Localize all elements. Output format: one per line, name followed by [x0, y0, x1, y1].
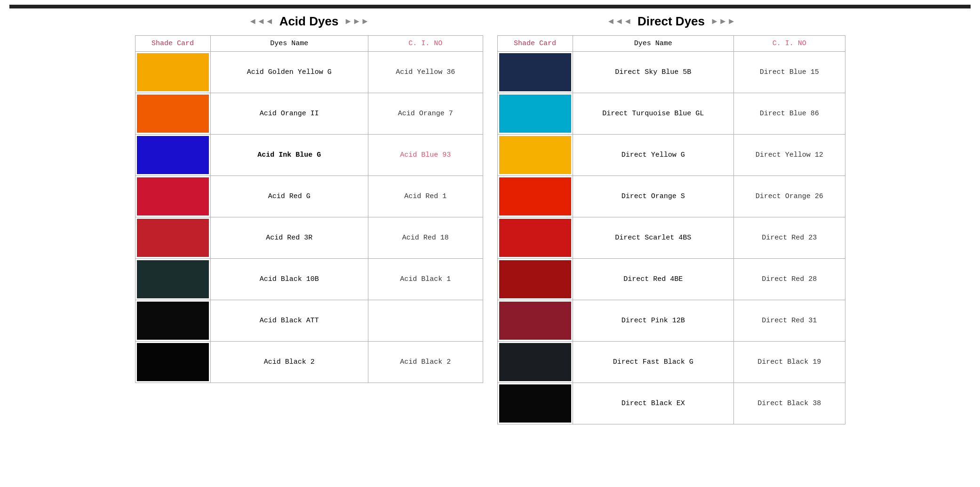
direct-swatch-color — [499, 177, 571, 216]
direct-shade-cell — [497, 217, 573, 259]
acid-table-row: Acid Ink Blue GAcid Blue 93 — [135, 135, 483, 176]
direct-swatch-color — [499, 219, 571, 257]
acid-swatch-color — [137, 260, 209, 298]
acid-table-row: Acid Black 10BAcid Black 1 — [135, 259, 483, 300]
acid-dyes-name-cell: Acid Black ATT — [210, 300, 368, 342]
direct-swatch-color — [499, 95, 571, 133]
direct-dyes-arrows-left: ◄◄◄ — [607, 16, 632, 26]
direct-shade-header: Shade Card — [497, 36, 573, 52]
acid-shade-cell — [135, 300, 210, 342]
direct-dyesname-header: Dyes Name — [573, 36, 733, 52]
acid-dyes-title: ◄◄◄ Acid Dyes ►►► — [135, 14, 483, 29]
acid-dyes-section: ◄◄◄ Acid Dyes ►►► Shade Card Dyes Name C… — [135, 14, 483, 424]
acid-shade-cell — [135, 93, 210, 135]
main-layout: ◄◄◄ Acid Dyes ►►► Shade Card Dyes Name C… — [9, 14, 971, 424]
direct-dyes-heading: Direct Dyes — [637, 14, 705, 29]
acid-dyes-wrapper: Shade Card Dyes Name C. I. NO Acid Golde… — [135, 35, 483, 383]
acid-ci-cell: Acid Yellow 36 — [368, 52, 483, 93]
acid-swatch-color — [137, 219, 209, 257]
direct-swatch-color — [499, 136, 571, 174]
direct-dyes-name-cell: Direct Yellow G — [573, 135, 733, 176]
direct-table-row: Direct Fast Black GDirect Black 19 — [497, 342, 845, 383]
acid-shade-cell — [135, 259, 210, 300]
acid-shade-header: Shade Card — [135, 36, 210, 52]
direct-table-row: Direct Sky Blue 5BDirect Blue 15 — [497, 52, 845, 93]
acid-table-row: Acid Orange IIAcid Orange 7 — [135, 93, 483, 135]
acid-swatch-color — [137, 343, 209, 381]
direct-ci-cell: Direct Blue 15 — [733, 52, 845, 93]
acid-dyes-name-cell: Acid Black 10B — [210, 259, 368, 300]
acid-shade-cell — [135, 176, 210, 217]
acid-ci-cell: Acid Black 1 — [368, 259, 483, 300]
direct-ci-header: C. I. NO — [733, 36, 845, 52]
direct-dyes-wrapper: Shade Card Dyes Name C. I. NO Direct Sky… — [497, 35, 845, 424]
direct-dyes-name-cell: Direct Sky Blue 5B — [573, 52, 733, 93]
direct-table-row: Direct Yellow GDirect Yellow 12 — [497, 135, 845, 176]
acid-dyes-arrows-right: ►►► — [344, 16, 369, 26]
acid-shade-cell — [135, 342, 210, 383]
top-bar — [9, 5, 971, 8]
acid-ci-cell: Acid Blue 93 — [368, 135, 483, 176]
acid-ci-cell: Acid Red 1 — [368, 176, 483, 217]
acid-dyes-name-cell: Acid Orange II — [210, 93, 368, 135]
acid-table-row: Acid Black ATT — [135, 300, 483, 342]
acid-ci-cell: Acid Orange 7 — [368, 93, 483, 135]
direct-ci-cell: Direct Blue 86 — [733, 93, 845, 135]
direct-dyes-name-cell: Direct Turquoise Blue GL — [573, 93, 733, 135]
direct-swatch-color — [499, 302, 571, 340]
direct-dyes-name-cell: Direct Orange S — [573, 176, 733, 217]
acid-ci-header: C. I. NO — [368, 36, 483, 52]
direct-ci-cell: Direct Black 19 — [733, 342, 845, 383]
acid-shade-cell — [135, 52, 210, 93]
direct-shade-cell — [497, 342, 573, 383]
acid-swatch-color — [137, 177, 209, 216]
direct-shade-cell — [497, 135, 573, 176]
direct-ci-cell: Direct Black 38 — [733, 383, 845, 424]
direct-dyes-name-cell: Direct Fast Black G — [573, 342, 733, 383]
direct-dyes-table: Shade Card Dyes Name C. I. NO Direct Sky… — [497, 35, 845, 424]
direct-dyes-name-cell: Direct Red 4BE — [573, 259, 733, 300]
acid-swatch-color — [137, 302, 209, 340]
acid-shade-cell — [135, 135, 210, 176]
acid-dyes-name-cell: Acid Golden Yellow G — [210, 52, 368, 93]
acid-swatch-color — [137, 53, 209, 91]
acid-ci-cell: Acid Black 2 — [368, 342, 483, 383]
acid-table-row: Acid Red 3RAcid Red 18 — [135, 217, 483, 259]
acid-shade-cell — [135, 217, 210, 259]
direct-dyes-name-cell: Direct Black EX — [573, 383, 733, 424]
acid-dyes-name-cell: Acid Red 3R — [210, 217, 368, 259]
direct-shade-cell — [497, 93, 573, 135]
direct-table-row: Direct Pink 12BDirect Red 31 — [497, 300, 845, 342]
acid-ci-cell — [368, 300, 483, 342]
direct-shade-cell — [497, 259, 573, 300]
direct-shade-cell — [497, 52, 573, 93]
acid-dyesname-header: Dyes Name — [210, 36, 368, 52]
direct-dyes-arrows-right: ►►► — [710, 16, 735, 26]
direct-shade-cell — [497, 383, 573, 424]
direct-table-row: Direct Turquoise Blue GLDirect Blue 86 — [497, 93, 845, 135]
acid-ci-cell: Acid Red 18 — [368, 217, 483, 259]
acid-swatch-color — [137, 95, 209, 133]
direct-ci-cell: Direct Orange 26 — [733, 176, 845, 217]
direct-ci-cell: Direct Yellow 12 — [733, 135, 845, 176]
acid-dyes-name-cell: Acid Black 2 — [210, 342, 368, 383]
acid-table-row: Acid Black 2Acid Black 2 — [135, 342, 483, 383]
acid-table-row: Acid Golden Yellow GAcid Yellow 36 — [135, 52, 483, 93]
direct-table-row: Direct Black EXDirect Black 38 — [497, 383, 845, 424]
direct-swatch-color — [499, 343, 571, 381]
direct-dyes-title: ◄◄◄ Direct Dyes ►►► — [497, 14, 845, 29]
direct-dyes-section: ◄◄◄ Direct Dyes ►►► Shade Card Dyes Name… — [497, 14, 845, 424]
acid-dyes-name-cell: Acid Red G — [210, 176, 368, 217]
acid-table-row: Acid Red GAcid Red 1 — [135, 176, 483, 217]
direct-shade-cell — [497, 176, 573, 217]
direct-table-row: Direct Scarlet 4BSDirect Red 23 — [497, 217, 845, 259]
direct-dyes-name-cell: Direct Scarlet 4BS — [573, 217, 733, 259]
direct-swatch-color — [499, 53, 571, 91]
acid-swatch-color — [137, 136, 209, 174]
direct-table-row: Direct Red 4BEDirect Red 28 — [497, 259, 845, 300]
direct-table-row: Direct Orange SDirect Orange 26 — [497, 176, 845, 217]
direct-dyes-name-cell: Direct Pink 12B — [573, 300, 733, 342]
direct-ci-cell: Direct Red 28 — [733, 259, 845, 300]
acid-dyes-heading: Acid Dyes — [279, 14, 339, 29]
direct-swatch-color — [499, 384, 571, 423]
